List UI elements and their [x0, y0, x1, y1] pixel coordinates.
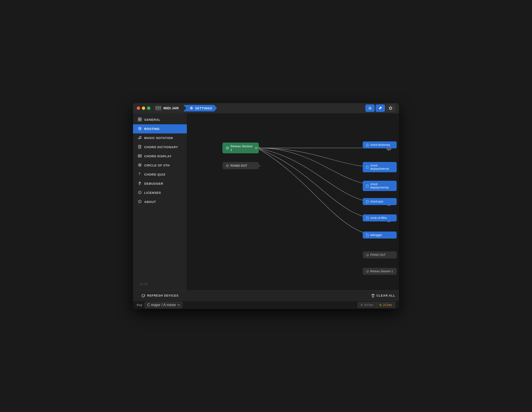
svg-point-13: [138, 138, 140, 139]
source-node-reseau[interactable]: Réseau Session 1: [222, 142, 259, 153]
svg-rect-9: [140, 118, 142, 119]
svg-point-22: [139, 175, 140, 175]
sidebar-label-chord-quiz: CHORD QUIZ: [144, 173, 165, 176]
sidebar-item-about[interactable]: ABOUT: [133, 197, 187, 206]
key-dropdown[interactable]: C major / A minor: [145, 302, 182, 308]
svg-point-32: [226, 164, 229, 167]
sidebar-label-routing: ROUTING: [144, 127, 160, 131]
refresh-devices-button[interactable]: REFRESH DEVICES: [142, 294, 179, 298]
settings-tab[interactable]: ⚙ SETTINGS: [183, 105, 217, 112]
sidebar-label-chord-dictionary: CHORD DICTIONARY: [144, 145, 178, 149]
svg-point-29: [140, 201, 140, 201]
svg-rect-38: [366, 166, 368, 169]
chord-quiz-icon: [138, 172, 142, 177]
dest-label-chord-display-overlay: chord-display/overlay: [370, 183, 393, 189]
sidebar-item-licenses[interactable]: © LICENSES: [133, 188, 187, 197]
piano-node-icon: [226, 164, 229, 167]
svg-point-20: [138, 164, 141, 167]
right-device-reseau[interactable]: Réseau Session 1: [363, 268, 397, 275]
routing-icon: [138, 127, 142, 131]
node-active-indicator: [255, 147, 257, 149]
circle-5th-icon: [138, 163, 142, 168]
sidebar-item-circle-of-5th[interactable]: CIRCLE OF 5TH: [133, 161, 187, 170]
sidebar: GENERAL ROUTING: [133, 113, 187, 290]
refresh-icon: [142, 294, 145, 298]
circle-fifths-node-icon: [366, 216, 369, 220]
sidebar-item-general[interactable]: GENERAL: [133, 115, 187, 124]
svg-text:©: ©: [139, 192, 141, 194]
dest-node-chord-quiz[interactable]: chord-quiz: [363, 198, 397, 205]
svg-rect-46: [366, 234, 368, 236]
settings-button[interactable]: ⚙: [365, 104, 375, 112]
titlebar-actions: ⚙: [365, 104, 395, 112]
minimize-button[interactable]: [142, 106, 145, 110]
timing-display: 0.021ms 0.211ms: [358, 302, 395, 308]
svg-point-49: [367, 254, 368, 255]
svg-point-31: [227, 148, 228, 149]
dest-node-debugger[interactable]: debugger: [363, 232, 397, 239]
dest-node-chord-display-internal[interactable]: chord-display/internal: [363, 162, 397, 172]
svg-rect-10: [138, 120, 140, 121]
device-node-label: PIANO OUT: [230, 164, 247, 167]
app-icon: [155, 106, 162, 111]
debugger-node-icon: [366, 234, 369, 237]
sidebar-item-debugger[interactable]: DEBUGGER: [133, 179, 187, 188]
svg-point-14: [140, 138, 141, 139]
sidebar-item-chord-quiz[interactable]: CHORD QUIZ: [133, 170, 187, 179]
timing-value-1: 0.021ms: [358, 302, 377, 308]
debugger-icon: [138, 181, 142, 186]
chevron-down-icon: [178, 304, 180, 306]
chord-dict-node-icon: [366, 143, 369, 147]
svg-rect-0: [155, 106, 156, 110]
close-button[interactable]: [137, 106, 140, 110]
right-reseau-icon: [366, 270, 369, 273]
bottom-bar: REFRESH DEVICES CLEAR ALL: [133, 290, 399, 300]
svg-point-51: [367, 271, 368, 272]
right-piano-label: PIANO OUT: [370, 253, 386, 257]
about-icon: [138, 200, 142, 204]
sidebar-item-routing[interactable]: ROUTING: [133, 124, 187, 133]
svg-rect-7: [160, 106, 161, 109]
svg-rect-42: [366, 200, 368, 203]
key-selector[interactable]: Key C major / A minor: [137, 302, 182, 308]
maximize-button[interactable]: [147, 106, 150, 110]
dest-node-chord-dictionary[interactable]: chord-dictionary: [363, 141, 397, 149]
settings-tab-icon: ⚙: [190, 106, 193, 110]
dest-label-chord-dictionary: chord-dictionary: [370, 143, 390, 147]
clear-all-button[interactable]: CLEAR ALL: [371, 294, 395, 298]
routing-canvas: Réseau Session 1 PIANO OUT × × × × × ×: [187, 113, 399, 290]
source-node-arrow: [259, 146, 261, 150]
sidebar-item-chord-display[interactable]: CHORD DISPLAY: [133, 152, 187, 161]
source-node-label: Réseau Session 1: [230, 144, 255, 151]
sidebar-item-chord-dictionary[interactable]: CHORD DICTIONARY: [133, 142, 187, 152]
right-reseau-label: Réseau Session 1: [370, 270, 393, 273]
sidebar-label-about: ABOUT: [144, 200, 156, 204]
device-node-piano-out[interactable]: PIANO OUT: [222, 162, 259, 169]
sidebar-label-chord-display: CHORD DISPLAY: [144, 154, 172, 158]
chord-display-icon: [138, 154, 142, 159]
chord-display-int-icon: [366, 166, 369, 169]
chord-quiz-node-icon: [366, 200, 369, 203]
licenses-icon: ©: [138, 191, 142, 195]
sidebar-label-music-notation: MUSIC NOTATION: [144, 136, 173, 140]
svg-rect-4: [158, 106, 159, 109]
timing-value-2: 0.211ms: [377, 302, 395, 308]
sidebar-item-music-notation[interactable]: MUSIC NOTATION: [133, 133, 187, 142]
dest-label-chord-quiz: chord-quiz: [370, 200, 383, 203]
right-device-piano-out[interactable]: PIANO OUT: [363, 252, 397, 258]
svg-point-21: [139, 164, 141, 166]
titlebar: MIDI JAR ⚙ SETTINGS ⚙: [133, 103, 399, 113]
reseau-node-icon: [226, 146, 229, 150]
power-button[interactable]: [386, 104, 395, 112]
main-content: GENERAL ROUTING: [133, 113, 399, 290]
svg-point-48: [366, 254, 369, 256]
music-icon: [138, 136, 142, 140]
settings-tab-label: SETTINGS: [195, 106, 212, 110]
app-brand: MIDI JAR: [155, 106, 179, 111]
dest-node-chord-display-overlay[interactable]: chord-display/overlay: [363, 181, 397, 191]
dest-node-circle-of-fifths[interactable]: circle-of-fifths: [363, 215, 397, 221]
dest-label-debugger: debugger: [370, 233, 382, 237]
sidebar-label-licenses: LICENSES: [144, 191, 161, 195]
pin-button[interactable]: [376, 104, 385, 112]
chord-dict-icon: [138, 145, 142, 149]
